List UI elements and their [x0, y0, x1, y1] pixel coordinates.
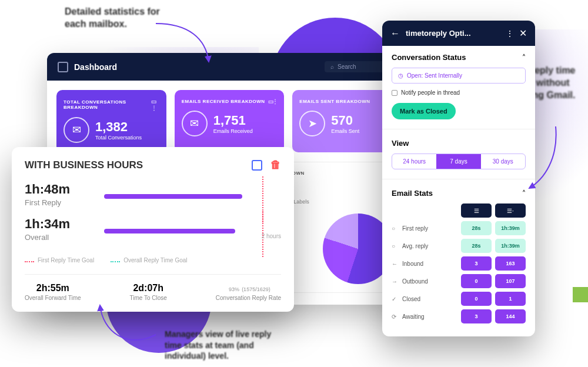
- seg-24h[interactable]: 24 hours: [392, 154, 436, 169]
- more-icon[interactable]: ⋮: [506, 29, 513, 38]
- card-total-conversations[interactable]: TOTAL CONVERSATIONS BREAKDOWN▭ ⋮ ✉ 1,382…: [56, 90, 166, 152]
- card-actions-icon[interactable]: ▭ ⋮: [151, 98, 159, 111]
- stats-columns: ☰ ☰·: [392, 203, 526, 218]
- value-self: 28s: [461, 221, 492, 235]
- status-open[interactable]: ◷ Open: Sent Internally: [392, 68, 526, 84]
- value-self: 3: [461, 309, 492, 323]
- chevron-up-icon[interactable]: ˄: [522, 54, 526, 62]
- seg-30d[interactable]: 30 days: [481, 154, 525, 169]
- value-self: 0: [461, 292, 492, 306]
- back-icon[interactable]: ←: [390, 28, 400, 39]
- mobile-title: timetoreply Opti...: [406, 29, 500, 38]
- row-icon: ←: [392, 261, 399, 267]
- chevron-up-icon[interactable]: ˄: [522, 189, 526, 198]
- mark-closed-button[interactable]: Mark as Closed: [392, 103, 456, 119]
- first-reply-row: 1h:48m First Reply: [25, 182, 281, 199]
- send-icon: ➤: [299, 111, 325, 136]
- panel-title: WITH BUSINESS HOURS: [25, 159, 143, 171]
- view-title: View: [392, 139, 409, 148]
- stat-row-avg-reply: ○Avg. reply28s1h:39m: [392, 239, 526, 253]
- stat-forward-time: 2h:55m Overall Forward Time: [25, 283, 81, 301]
- row-icon: →: [392, 278, 399, 285]
- close-icon[interactable]: ✕: [519, 28, 527, 39]
- search-icon: ⌕: [330, 64, 334, 70]
- stat-row-awaiting: ⟳Awaiting3144: [392, 309, 526, 323]
- row-icon: ○: [392, 225, 399, 232]
- annotation-bottom: Managers view of live reply time stats a…: [165, 329, 288, 361]
- card-actions-icon[interactable]: ▭ ⋮: [268, 98, 278, 105]
- view-segmented[interactable]: 24 hours 7 days 30 days: [392, 154, 526, 169]
- dashboard-titlebar: Dashboard ⌕ Search: [47, 53, 412, 81]
- value-self: 3: [461, 256, 492, 271]
- notify-checkbox[interactable]: Notify people in thread: [392, 89, 526, 96]
- inbox-icon: ✉: [182, 111, 208, 136]
- value-team: 1h:39m: [495, 221, 526, 235]
- mobile-panel: ← timetoreply Opti... ⋮ ✕ Conversation S…: [382, 21, 535, 336]
- value-team: 107: [495, 274, 526, 288]
- clock-icon: ◷: [398, 72, 403, 79]
- stat-row-inbound: ←Inbound3163: [392, 256, 526, 271]
- value-self: 0: [461, 274, 492, 288]
- stat-row-closed: ✓Closed01: [392, 292, 526, 306]
- chat-icon: ✉: [64, 117, 89, 143]
- stat-row-outbound: →Outbound0107: [392, 274, 526, 288]
- overall-row: 1h:34m Overall 2 hours: [25, 216, 281, 233]
- stat-reply-rate: 93%(1575/1629) Conversation Reply Rate: [216, 283, 281, 301]
- row-icon: ⟳: [392, 313, 399, 320]
- section-title: Conversation Status: [392, 53, 466, 62]
- person-icon[interactable]: ☰: [461, 203, 492, 218]
- people-icon[interactable]: ☰·: [495, 203, 526, 218]
- email-stats-title: Email Stats: [392, 189, 433, 198]
- value-self: 28s: [461, 239, 492, 253]
- card-emails-received[interactable]: EMAILS RECEIVED BREAKDOWN▭ ⋮ ✉ 1,751 Ema…: [175, 90, 285, 152]
- value-team: 1: [495, 292, 526, 306]
- seg-7d[interactable]: 7 days: [436, 154, 480, 169]
- decorative-accent: [573, 287, 588, 302]
- calendar-icon[interactable]: [252, 160, 262, 171]
- row-icon: ✓: [392, 296, 399, 302]
- stat-time-to-close: 2d:07h Time To Close: [130, 283, 167, 301]
- row-icon: ○: [392, 243, 399, 249]
- dashboard-icon: [58, 62, 68, 72]
- value-team: 144: [495, 309, 526, 323]
- value-team: 163: [495, 256, 526, 271]
- stat-row-first-reply: ○First reply28s1h:39m: [392, 221, 526, 235]
- business-hours-panel: WITH BUSINESS HOURS 🗑 1h:48m First Reply…: [12, 147, 294, 312]
- trash-icon[interactable]: 🗑: [270, 159, 281, 171]
- value-team: 1h:39m: [495, 239, 526, 253]
- legend: First Reply Time Goal Overall Reply Time…: [25, 257, 281, 263]
- checkbox-icon: [392, 90, 397, 96]
